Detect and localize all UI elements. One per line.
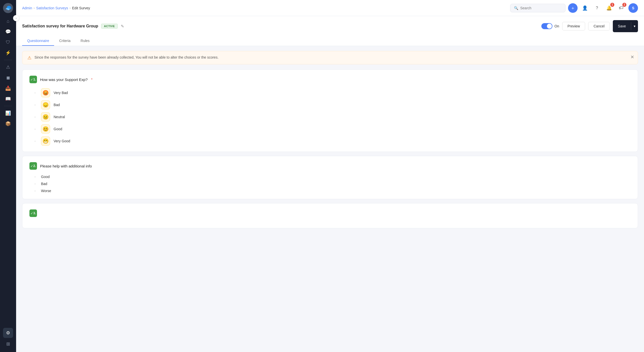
question-2-badge: ✓ 2.: [29, 162, 37, 170]
grid-icon[interactable]: ⊞: [3, 339, 13, 349]
alert-close-button[interactable]: ✕: [630, 54, 634, 60]
settings-icon[interactable]: ⚙: [3, 328, 13, 338]
answer-item-good-2: - Good: [34, 175, 631, 179]
edit-title-button[interactable]: ✎: [121, 24, 124, 29]
questions-area: ✓ 1. How was your Support Exp? * - 😡 Ver…: [16, 69, 644, 234]
agent-icon-button[interactable]: 👤: [580, 3, 590, 13]
sidebar-divider: [4, 60, 12, 60]
answer-item-very-bad: - 😡 Very Bad: [34, 88, 631, 97]
answer-label-good: Good: [54, 127, 62, 131]
topnav: Admin › Satisfaction Surveys › Edit Surv…: [16, 0, 644, 16]
question-3-badge: ✓ 3.: [29, 209, 37, 217]
emoji-bad: 😞: [41, 100, 50, 109]
chat-icon[interactable]: 💬: [3, 27, 13, 37]
tab-rules[interactable]: Rules: [75, 36, 95, 46]
toggle-knob: [547, 24, 552, 29]
sidebar-divider-2: [4, 106, 12, 106]
question-1-header: ✓ 1. How was your Support Exp? *: [29, 76, 631, 83]
required-star-1: *: [91, 77, 92, 81]
question-3-header: ✓ 3.: [29, 209, 631, 217]
breadcrumb-section[interactable]: Satisfaction Surveys: [36, 6, 68, 10]
survey-title-row: Satisfaction survey for Hardware Group A…: [22, 20, 638, 32]
bolt-icon[interactable]: ⚡: [3, 48, 13, 58]
emoji-good: 😊: [41, 124, 50, 134]
inbox-icon[interactable]: 📥: [3, 83, 13, 93]
answer-item-bad: - 😞 Bad: [34, 100, 631, 109]
answer-label-bad-2: Bad: [41, 182, 47, 186]
answer-item-very-good: - 😁 Very Good: [34, 137, 631, 146]
book-icon[interactable]: 📖: [3, 94, 13, 104]
shield-icon[interactable]: 🛡: [3, 37, 13, 47]
emoji-neutral: 😐: [41, 112, 50, 121]
survey-header: Satisfaction survey for Hardware Group A…: [16, 16, 644, 46]
cancel-button[interactable]: Cancel: [588, 22, 610, 30]
search-icon: 🔍: [514, 6, 518, 10]
status-badge: ACTIVE: [101, 24, 117, 29]
answer-label-good-2: Good: [41, 175, 50, 179]
sidebar-bottom: ⚙ ⊞: [0, 328, 16, 349]
breadcrumb-current: Edit Survey: [72, 6, 90, 10]
answer-label-bad: Bad: [54, 103, 60, 107]
question-1-text: How was your Support Exp?: [40, 77, 88, 82]
notification-badge-1: 1: [610, 3, 614, 7]
answer-item-worse-2: - Worse: [34, 189, 631, 193]
alert-icon: ⚠: [27, 55, 31, 61]
notifications-button[interactable]: 🔔 1: [604, 3, 614, 13]
answer-label-neutral: Neutral: [54, 115, 65, 119]
sidebar-nav: ⌂ 💬 🛡 ⚡ ⚠ ◼ 📥 📖 📊 📦: [0, 16, 16, 129]
answer-label-very-bad: Very Bad: [54, 91, 68, 95]
question-3-number: 3.: [33, 211, 36, 215]
topnav-actions: 🔍 ＋ 👤 ? 🔔 1 🏷 2 S: [510, 3, 638, 13]
page-content: Satisfaction survey for Hardware Group A…: [16, 16, 644, 352]
save-button[interactable]: Save ▾: [613, 20, 638, 32]
survey-title: Satisfaction survey for Hardware Group: [22, 24, 98, 28]
question-card-3: ✓ 3.: [22, 203, 638, 228]
answer-label-worse-2: Worse: [41, 189, 51, 193]
warning-icon[interactable]: ⚠: [3, 62, 13, 72]
question-card-1: ✓ 1. How was your Support Exp? * - 😡 Ver…: [22, 69, 638, 152]
answer-item-neutral: - 😐 Neutral: [34, 112, 631, 121]
search-box[interactable]: 🔍: [510, 4, 566, 12]
search-input[interactable]: [520, 6, 562, 10]
answer-item-bad-2: - Bad: [34, 182, 631, 186]
save-button-label: Save: [613, 22, 631, 30]
toggle-text: On: [554, 24, 559, 28]
help-button[interactable]: ?: [592, 3, 602, 13]
answer-label-very-good: Very Good: [54, 139, 70, 143]
chart-icon[interactable]: 📊: [3, 108, 13, 118]
breadcrumb: Admin › Satisfaction Surveys › Edit Surv…: [22, 6, 507, 10]
question-1-number: 1.: [33, 78, 36, 81]
question-2-header: ✓ 2. Please help with additional info: [29, 162, 631, 170]
emoji-very-bad: 😡: [41, 88, 50, 97]
save-dropdown-arrow[interactable]: ▾: [631, 22, 638, 30]
survey-tabs: Questionnaire Criteria Rules: [22, 36, 638, 46]
avatar: 🧢: [3, 3, 13, 13]
add-button[interactable]: ＋: [568, 3, 578, 13]
question-card-2: ✓ 2. Please help with additional info - …: [22, 156, 638, 199]
layers-icon[interactable]: ◼: [3, 73, 13, 83]
main-content: Admin › Satisfaction Surveys › Edit Surv…: [16, 0, 644, 352]
emoji-very-good: 😁: [41, 137, 50, 146]
question-1-answers: - 😡 Very Bad - 😞 Bad - 😐 Neutral: [29, 88, 631, 146]
alert-banner: ⚠ Since the responses for the survey hav…: [22, 51, 638, 64]
breadcrumb-admin[interactable]: Admin: [22, 6, 32, 10]
preview-button[interactable]: Preview: [562, 22, 585, 30]
active-toggle[interactable]: [541, 23, 552, 29]
question-2-number: 2.: [33, 164, 36, 168]
alert-text: Since the responses for the survey have …: [34, 55, 219, 60]
home-icon[interactable]: ⌂: [3, 16, 13, 26]
user-avatar-button[interactable]: S: [628, 3, 638, 13]
question-2-answers: - Good - Bad - Worse: [29, 175, 631, 193]
breadcrumb-sep-1: ›: [34, 6, 35, 10]
question-1-badge: ✓ 1.: [29, 76, 37, 83]
notification-badge-2: 2: [622, 3, 626, 7]
tab-questionnaire[interactable]: Questionnaire: [22, 36, 54, 46]
tab-criteria[interactable]: Criteria: [54, 36, 75, 46]
breadcrumb-sep-2: ›: [70, 6, 71, 10]
answer-item-good: - 😊 Good: [34, 124, 631, 134]
apps-button[interactable]: 🏷 2: [616, 3, 626, 13]
toggle-label: On: [541, 23, 559, 29]
sidebar-toggle[interactable]: ›: [13, 15, 19, 21]
question-2-text: Please help with additional info: [40, 164, 92, 168]
box-icon[interactable]: 📦: [3, 119, 13, 129]
